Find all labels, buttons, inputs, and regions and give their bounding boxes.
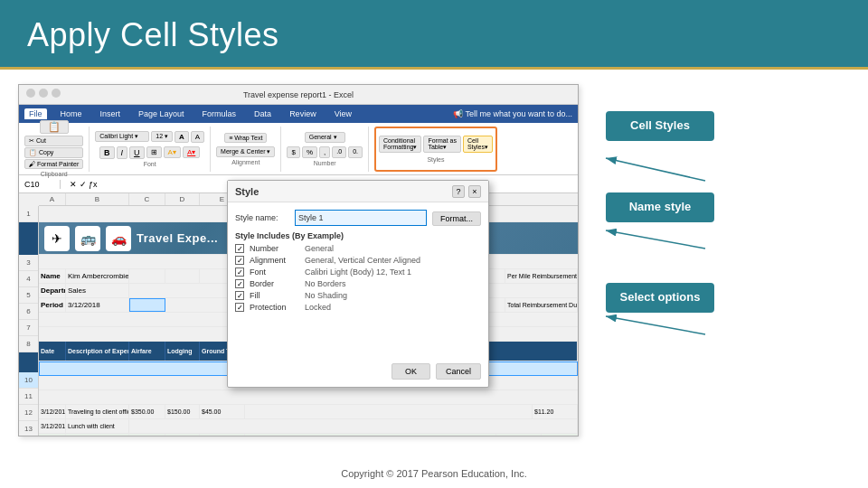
font-name-dropdown[interactable]: Calibri Light ▾ xyxy=(95,131,149,142)
dialog-titlebar: Style ? × xyxy=(228,181,488,202)
dialog-controls: ? × xyxy=(452,185,481,198)
cell-styles-callout: Cell Styles xyxy=(606,111,714,141)
cell-d4 xyxy=(165,269,200,283)
airplane-icon: ✈ xyxy=(44,226,70,251)
cell-rest13 xyxy=(245,405,533,418)
paste-button[interactable]: 📋 xyxy=(40,120,69,134)
ok-button[interactable]: OK xyxy=(392,363,430,380)
cell-d15: $150.00 xyxy=(165,434,200,436)
dialog-close-button[interactable]: × xyxy=(468,185,481,198)
ribbon-tab-review[interactable]: Review xyxy=(285,108,321,120)
font-size-dropdown[interactable]: 12 ▾ xyxy=(151,131,173,142)
bold-button[interactable]: B xyxy=(99,146,115,159)
font-checkbox[interactable]: ✓ xyxy=(235,267,244,277)
cell-a5: Department xyxy=(39,284,66,297)
excel-ribbon: File Home Insert Page Layout Formulas Da… xyxy=(19,105,578,123)
excel-titlebar: Travel expense report1 - Excel xyxy=(19,85,578,105)
travel-title: Travel Expe... xyxy=(137,231,218,245)
excel-mockup: Travel expense report1 - Excel File Home… xyxy=(18,84,579,436)
titlebar-controls xyxy=(26,89,61,98)
alignment-checkbox[interactable]: ✓ xyxy=(235,256,244,265)
clipboard-label: Clipboard xyxy=(41,171,68,177)
cell-b9: Description of Expense xyxy=(66,342,129,361)
travel-header-content: ✈ 🚌 🚗 Travel Expe... xyxy=(39,226,223,251)
border-button[interactable]: ⊞ xyxy=(146,146,162,158)
copy-button[interactable]: 📋 Copy xyxy=(24,147,83,158)
protection-checkbox[interactable]: ✓ xyxy=(235,303,244,312)
row-num-6: 6 xyxy=(19,304,38,320)
ribbon-tab-data[interactable]: Data xyxy=(250,108,276,120)
ribbon-tab-insert[interactable]: Insert xyxy=(96,108,126,120)
cell-c9: Airfare xyxy=(129,342,165,361)
check-fill: ✓ Fill No Shading xyxy=(235,291,481,300)
format-as-table-button[interactable]: Format asTable▾ xyxy=(423,136,461,153)
decrease-decimal-button[interactable]: 0. xyxy=(348,146,363,158)
cell-b13: Traveling to client office xyxy=(66,405,129,418)
row-num-3: 3 xyxy=(19,255,38,271)
row-numbers: 1 3 4 5 6 7 8 10 11 12 13 14 15 16 xyxy=(19,206,39,436)
cell-c15: $350.00 xyxy=(129,434,165,436)
ribbon-tab-formulas[interactable]: Formulas xyxy=(198,108,241,120)
protection-value: Locked xyxy=(305,303,331,312)
row-num-13: 13 xyxy=(19,421,38,436)
font-value: Calibri Light (Body) 12, Text 1 xyxy=(305,267,411,277)
ribbon-tab-view[interactable]: View xyxy=(330,108,356,120)
cell-styles-button[interactable]: CellStyles▾ xyxy=(463,136,493,153)
increase-decimal-button[interactable]: .0 xyxy=(332,146,346,158)
conditional-formatting-button[interactable]: ConditionalFormatting▾ xyxy=(379,136,421,153)
border-checkbox[interactable]: ✓ xyxy=(235,279,244,288)
cell-b15 xyxy=(66,434,129,436)
row-num-5: 5 xyxy=(19,287,38,304)
row-num-10: 10 xyxy=(19,372,38,389)
fill-checkbox[interactable]: ✓ xyxy=(235,291,244,300)
dialog-help-button[interactable]: ? xyxy=(452,185,465,198)
currency-button[interactable]: $ xyxy=(287,146,299,158)
number-value: General xyxy=(305,244,334,253)
alignment-group: ≡ Wrap Text Merge & Center ▾ Alignment xyxy=(216,127,281,172)
format-painter-button[interactable]: 🖌 Format Painter xyxy=(24,159,83,169)
font-color-button[interactable]: A▾ xyxy=(183,146,200,158)
row-num-8: 8 xyxy=(19,336,38,352)
ribbon-tab-pagelayout[interactable]: Page Layout xyxy=(134,108,189,120)
cell-b6: 3/12/2018 xyxy=(66,298,129,312)
styles-group: ConditionalFormatting▾ Format asTable▾ C… xyxy=(374,127,497,172)
font-grow-button[interactable]: A xyxy=(175,131,189,143)
cell-b4: Kim Ambercrombie xyxy=(66,269,129,283)
italic-button[interactable]: I xyxy=(117,146,128,159)
fill-label: Fill xyxy=(250,291,299,300)
dialog-footer: OK Cancel xyxy=(392,363,481,380)
cell-d9: Lodging xyxy=(165,342,200,361)
cell-a9: Date xyxy=(39,342,66,361)
ribbon-tab-file[interactable]: File xyxy=(24,108,47,119)
cancel-button[interactable]: Cancel xyxy=(436,363,481,380)
number-checkbox[interactable]: ✓ xyxy=(235,244,244,253)
styles-label: Styles xyxy=(427,156,444,163)
fill-value: No Shading xyxy=(305,291,347,300)
style-includes-title: Style Includes (By Example) xyxy=(235,231,481,240)
font-shrink-button[interactable]: A xyxy=(191,131,204,143)
cell-b14: Lunch with client xyxy=(66,419,129,433)
cell-c13: $350.00 xyxy=(129,405,165,418)
row-num-1: 1 xyxy=(19,206,38,222)
font-label: Font xyxy=(144,161,156,167)
border-value: No Borders xyxy=(305,279,346,288)
cell-i13: $11.20 xyxy=(533,405,578,418)
cell-e13: $45.00 xyxy=(200,405,245,418)
ribbon-tab-home[interactable]: Home xyxy=(56,108,87,120)
font-group: Calibri Light ▾ 12 ▾ A A B I U ⊞ A▾ A▾ F… xyxy=(95,127,211,172)
row-num-11: 11 xyxy=(19,389,38,405)
percent-button[interactable]: % xyxy=(302,146,317,158)
format-button[interactable]: Format... xyxy=(432,211,481,226)
comma-button[interactable]: , xyxy=(319,146,330,158)
fill-color-button[interactable]: A▾ xyxy=(164,146,181,158)
col-header-d: D xyxy=(165,193,200,205)
excel-title: Travel expense report1 - Excel xyxy=(243,90,354,99)
car-icon: 🚗 xyxy=(106,226,131,251)
merge-center-button[interactable]: Merge & Center ▾ xyxy=(216,146,275,157)
number-label: Number xyxy=(250,244,299,253)
style-name-input[interactable] xyxy=(295,210,427,226)
cut-button[interactable]: ✂ Cut xyxy=(24,136,83,146)
number-format-dropdown[interactable]: General ▾ xyxy=(305,132,345,143)
wrap-text-button[interactable]: ≡ Wrap Text xyxy=(224,133,267,143)
underline-button[interactable]: U xyxy=(129,146,145,159)
